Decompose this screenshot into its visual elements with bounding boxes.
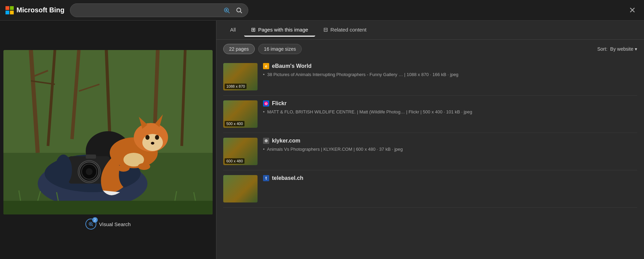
svg-point-1 (226, 9, 227, 11)
svg-line-46 (92, 225, 93, 226)
site-favicon: ⊕ (263, 138, 269, 144)
svg-point-25 (55, 155, 72, 185)
result-site-header: ✿ Flickr (263, 100, 637, 107)
site-name: eBaum's World (272, 63, 312, 69)
left-panel: 2 Visual Search (0, 21, 216, 259)
result-dimensions: 500 x 400 · 101 kB · jpeg (423, 109, 472, 114)
result-site-header: e eBaum's World (263, 63, 637, 69)
filter-bar: 22 pages 16 image sizes Sort: By website… (216, 40, 644, 58)
logo-green (10, 6, 14, 10)
main-layout: 2 Visual Search All ⊞ Pages with this im… (0, 21, 644, 259)
sort-chevron: ▾ (635, 46, 637, 52)
svg-point-33 (155, 135, 159, 140)
svg-point-34 (151, 142, 154, 145)
thumb-dimensions: 500 x 400 (225, 121, 245, 126)
result-site-header: t telebasel.ch (263, 175, 637, 181)
result-thumbnail: 500 x 400 (223, 100, 258, 128)
site-favicon: e (263, 63, 269, 69)
sort-label: Sort: (597, 46, 608, 52)
site-favicon: ✿ (263, 100, 269, 107)
logo-blue (5, 11, 9, 14)
svg-rect-38 (3, 201, 213, 214)
result-item[interactable]: t telebasel.ch (223, 170, 637, 208)
right-panel: All ⊞ Pages with this image ⊟ Related co… (216, 21, 644, 259)
thumb-dimensions: 600 x 480 (225, 158, 245, 164)
svg-rect-24 (86, 155, 96, 159)
svg-point-45 (90, 223, 91, 224)
filter-pages-count[interactable]: 22 pages (223, 44, 255, 54)
tab-related[interactable]: ⊟ Related content (317, 24, 373, 37)
result-info: t telebasel.ch (263, 175, 637, 183)
logo-area: Microsoft Bing (5, 6, 64, 14)
thumb-dimensions: 1088 x 870 (225, 84, 247, 89)
logo-yellow (10, 11, 14, 14)
result-info: ⊕ klyker.com • Animals Vs Photographers … (263, 138, 637, 153)
result-site-header: ⊕ klyker.com (263, 138, 637, 144)
visual-search-badge: 2 (92, 217, 98, 223)
svg-line-4 (240, 11, 242, 13)
search-input[interactable] (74, 7, 219, 13)
bing-logo-text: Microsoft Bing (16, 6, 64, 14)
thumbnail-image (223, 175, 258, 202)
svg-line-2 (228, 11, 230, 13)
result-thumbnail (223, 175, 258, 202)
search-bar[interactable] (70, 3, 248, 17)
result-info: ✿ Flickr • MATT & FLO, BRITISH WILDLIFE … (263, 100, 637, 115)
result-info: e eBaum's World • 38 Pictures of Animals… (263, 63, 637, 78)
close-button[interactable]: ✕ (626, 5, 639, 16)
svg-point-3 (237, 8, 241, 12)
site-name: klyker.com (272, 138, 300, 144)
visual-search-label: Visual Search (99, 221, 131, 227)
svg-point-37 (138, 163, 150, 170)
logo-red (5, 6, 9, 10)
visual-search-icon-btn[interactable] (222, 5, 231, 15)
tabs-bar: All ⊞ Pages with this image ⊟ Related co… (216, 21, 644, 40)
visual-search-footer[interactable]: 2 Visual Search (85, 219, 131, 230)
results-list: 1088 x 870 e eBaum's World • 38 Pictures… (216, 58, 644, 259)
svg-point-36 (117, 165, 130, 172)
main-image (3, 50, 213, 214)
tab-pages-icon: ⊞ (251, 26, 255, 33)
search-submit-btn[interactable] (234, 5, 244, 15)
tab-related-label: Related content (331, 27, 367, 33)
tab-all-label: All (230, 27, 236, 33)
sort-value: By website (610, 46, 633, 52)
result-title: 38 Pictures of Animals Interrupting Phot… (267, 72, 403, 77)
svg-point-32 (145, 135, 150, 140)
result-meta: • Animals Vs Photographers | KLYKER.COM … (263, 146, 637, 153)
site-name: Flickr (272, 100, 287, 107)
result-item[interactable]: 500 x 400 ✿ Flickr • MATT & FLO, BRITISH… (223, 96, 637, 133)
result-item[interactable]: 600 x 480 ⊕ klyker.com • Animals Vs Phot… (223, 133, 637, 170)
site-name: telebasel.ch (272, 175, 303, 181)
filter-image-sizes[interactable]: 16 image sizes (258, 44, 302, 54)
svg-point-22 (86, 168, 93, 175)
visual-search-icon: 2 (85, 219, 96, 230)
result-title: MATT & FLO, BRITISH WILDLIFE CENTRE. | M… (267, 109, 419, 114)
site-favicon: t (263, 175, 269, 181)
tab-all[interactable]: All (223, 24, 243, 36)
result-dimensions: 600 x 480 · 37 kB · jpeg (356, 147, 403, 152)
result-thumbnail: 1088 x 870 (223, 63, 258, 90)
tab-pages[interactable]: ⊞ Pages with this image (244, 24, 315, 37)
microsoft-logo (5, 6, 14, 14)
result-title: Animals Vs Photographers | KLYKER.COM (267, 147, 352, 152)
result-thumbnail: 600 x 480 (223, 138, 258, 165)
result-meta: • MATT & FLO, BRITISH WILDLIFE CENTRE. |… (263, 109, 637, 115)
sort-dropdown[interactable]: By website ▾ (610, 46, 637, 52)
result-dimensions: 1088 x 870 · 166 kB · jpeg (407, 72, 458, 77)
header: Microsoft Bing ✕ (0, 0, 644, 21)
tab-pages-label: Pages with this image (258, 27, 308, 33)
result-item[interactable]: 1088 x 870 e eBaum's World • 38 Pictures… (223, 58, 637, 96)
tab-related-icon: ⊟ (323, 26, 328, 33)
sort-area: Sort: By website ▾ (597, 46, 637, 52)
result-meta: • 38 Pictures of Animals Interrupting Ph… (263, 71, 637, 78)
